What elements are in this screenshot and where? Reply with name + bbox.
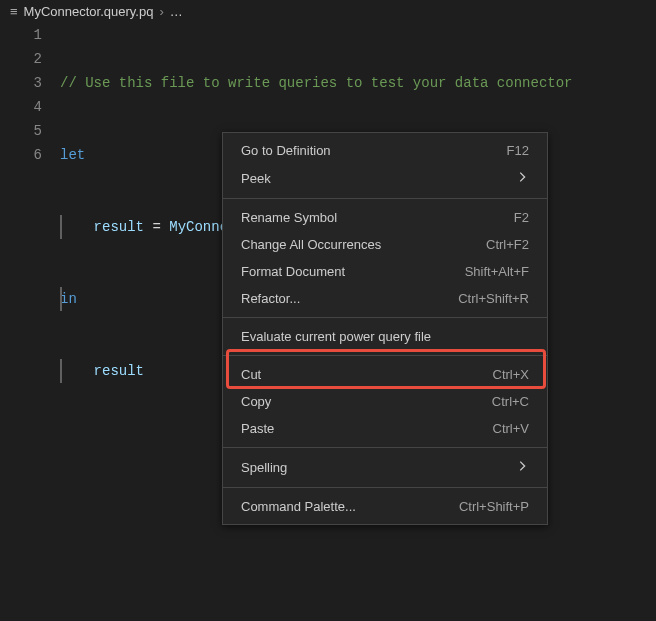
menu-item-label: Spelling: [241, 460, 287, 475]
menu-item[interactable]: Command Palette...Ctrl+Shift+P: [223, 493, 547, 520]
menu-item-shortcut: Shift+Alt+F: [465, 264, 529, 279]
menu-separator: [223, 487, 547, 488]
menu-item[interactable]: CopyCtrl+C: [223, 388, 547, 415]
context-menu[interactable]: Go to DefinitionF12PeekRename SymbolF2Ch…: [222, 132, 548, 525]
menu-item-label: Paste: [241, 421, 274, 436]
breadcrumb-ellipsis[interactable]: …: [170, 4, 183, 19]
menu-separator: [223, 447, 547, 448]
line-number: 2: [0, 47, 42, 71]
line-number: 4: [0, 95, 42, 119]
menu-item-shortcut: Ctrl+V: [493, 421, 529, 436]
line-number: 6: [0, 143, 42, 167]
menu-item[interactable]: Change All OccurrencesCtrl+F2: [223, 231, 547, 258]
menu-item[interactable]: CutCtrl+X: [223, 361, 547, 388]
menu-item-label: Cut: [241, 367, 261, 382]
chevron-right-icon: [515, 170, 529, 187]
line-gutter: 1 2 3 4 5 6: [0, 23, 60, 503]
menu-item-label: Change All Occurrences: [241, 237, 381, 252]
menu-item-shortcut: Ctrl+F2: [486, 237, 529, 252]
menu-item-label: Copy: [241, 394, 271, 409]
code-line[interactable]: // Use this file to write queries to tes…: [60, 71, 656, 95]
comment-token: // Use this file to write queries to tes…: [60, 75, 572, 91]
menu-item-shortcut: F2: [514, 210, 529, 225]
line-number: 1: [0, 23, 42, 47]
menu-item-label: Command Palette...: [241, 499, 356, 514]
menu-item-label: Refactor...: [241, 291, 300, 306]
menu-item-shortcut: Ctrl+C: [492, 394, 529, 409]
chevron-right-icon: [515, 459, 529, 476]
menu-item[interactable]: Rename SymbolF2: [223, 204, 547, 231]
menu-item[interactable]: Refactor...Ctrl+Shift+R: [223, 285, 547, 312]
keyword-token: let: [60, 147, 85, 163]
menu-separator: [223, 317, 547, 318]
menu-item[interactable]: Format DocumentShift+Alt+F: [223, 258, 547, 285]
menu-item[interactable]: Spelling: [223, 453, 547, 482]
line-number: 5: [0, 119, 42, 143]
menu-item-shortcut: F12: [507, 143, 529, 158]
menu-item-shortcut: Ctrl+Shift+P: [459, 499, 529, 514]
keyword-token: in: [60, 291, 77, 307]
menu-separator: [223, 355, 547, 356]
menu-item-label: Go to Definition: [241, 143, 331, 158]
identifier-token: result: [94, 219, 144, 235]
menu-item-label: Peek: [241, 171, 271, 186]
chevron-right-icon: ›: [159, 4, 163, 19]
menu-item-label: Format Document: [241, 264, 345, 279]
menu-item-shortcut: Ctrl+X: [493, 367, 529, 382]
menu-item[interactable]: Go to DefinitionF12: [223, 137, 547, 164]
operator-token: =: [144, 219, 169, 235]
line-number: 3: [0, 71, 42, 95]
menu-item-label: Evaluate current power query file: [241, 329, 431, 344]
identifier-token: result: [94, 363, 144, 379]
breadcrumb-filename[interactable]: MyConnector.query.pq: [24, 4, 154, 19]
file-icon: ≡: [10, 4, 18, 19]
menu-item[interactable]: Peek: [223, 164, 547, 193]
menu-item-label: Rename Symbol: [241, 210, 337, 225]
menu-item[interactable]: Evaluate current power query file: [223, 323, 547, 350]
breadcrumb[interactable]: ≡ MyConnector.query.pq › …: [0, 0, 656, 23]
menu-item-shortcut: Ctrl+Shift+R: [458, 291, 529, 306]
menu-separator: [223, 198, 547, 199]
menu-item[interactable]: PasteCtrl+V: [223, 415, 547, 442]
